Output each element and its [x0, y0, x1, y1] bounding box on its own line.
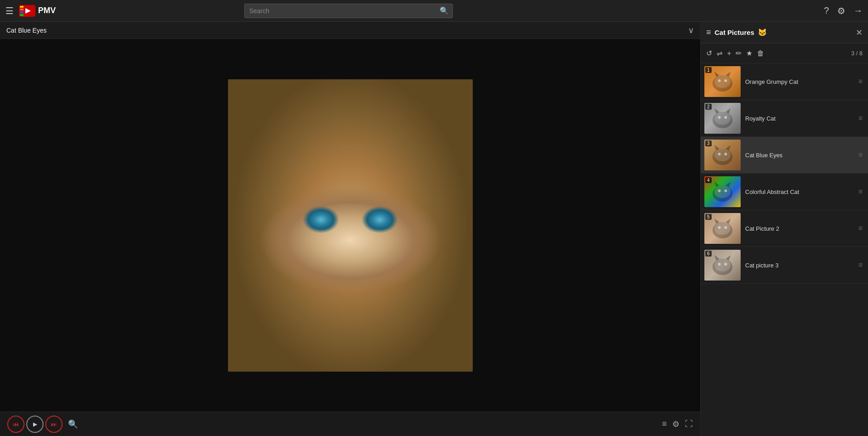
shuffle-icon[interactable]: ⇌ — [717, 49, 723, 58]
item-number: 1 — [705, 67, 712, 73]
panel-close-button[interactable]: ✕ — [856, 28, 863, 38]
logo-icon — [19, 5, 35, 17]
panel-header: ≡ Cat Pictures 🐱 ✕ — [701, 22, 868, 44]
search-ctrl-button[interactable]: 🔍 — [64, 416, 82, 433]
item-number-thumb: 6 — [704, 250, 741, 281]
playlist-item[interactable]: 3 Cat Blue Eyes ≡ — [701, 137, 868, 174]
item-number-thumb: 2 — [704, 103, 741, 134]
viewer-canvas — [0, 39, 700, 412]
logout-icon[interactable]: → — [853, 5, 863, 16]
item-number-thumb: 1 — [704, 66, 741, 97]
svg-rect-5 — [20, 14, 24, 16]
svg-point-25 — [714, 185, 731, 198]
item-number-thumb: 4 — [704, 176, 741, 207]
svg-point-22 — [718, 153, 721, 155]
item-title: Royalty Cat — [745, 115, 776, 122]
playlist-item[interactable]: 1 Orange Grumpy Cat ≡ — [701, 63, 868, 100]
play-button[interactable]: ▶ — [26, 416, 44, 433]
item-number: 3 — [705, 140, 712, 146]
right-panel: ≡ Cat Pictures 🐱 ✕ ↺ ⇌ + ✏ ★ 🗑 3 / 8 — [700, 22, 868, 436]
viewer-titlebar: Cat Blue Eyes ∨ — [0, 22, 700, 39]
edit-icon[interactable]: ✏ — [736, 49, 742, 58]
svg-point-10 — [718, 79, 721, 82]
settings-bottom-icon[interactable]: ⚙ — [672, 419, 679, 429]
search-button[interactable]: 🔍 — [436, 4, 453, 18]
item-menu-icon[interactable]: ≡ — [857, 112, 864, 124]
panel-list-icon: ≡ — [706, 28, 711, 37]
search-input[interactable] — [244, 4, 436, 18]
item-menu-icon[interactable]: ≡ — [857, 76, 864, 87]
viewer-area: Cat Blue Eyes ∨ ⏮ ▶ ⏭ 🔍 — [0, 22, 700, 436]
play-icon: ▶ — [33, 421, 37, 427]
panel-toolbar: ↺ ⇌ + ✏ ★ 🗑 3 / 8 — [701, 44, 868, 63]
cat-image-container — [228, 79, 473, 372]
item-info: Cat picture 3 — [745, 261, 852, 269]
favorite-icon[interactable]: ★ — [746, 49, 752, 58]
svg-point-16 — [718, 116, 721, 119]
viewer-right-controls: ≡ ⚙ ⛶ — [662, 419, 693, 429]
add-icon[interactable]: + — [727, 49, 731, 58]
item-menu-icon[interactable]: ≡ — [857, 259, 864, 271]
panel-toolbar-icons: ↺ ⇌ + ✏ ★ 🗑 — [706, 49, 764, 58]
playlist-item[interactable]: 4 Colorful Abstract Cat ≡ — [701, 174, 868, 210]
item-menu-icon[interactable]: ≡ — [857, 186, 864, 198]
viewer-title: Cat Blue Eyes — [6, 27, 47, 34]
expand-icon[interactable]: ∨ — [688, 25, 694, 35]
svg-point-28 — [718, 189, 721, 192]
item-title: Colorful Abstract Cat — [745, 189, 799, 195]
prev-icon: ⏮ — [13, 421, 19, 428]
svg-point-35 — [724, 226, 727, 229]
panel-count: 3 / 8 — [851, 50, 863, 57]
menu-button[interactable]: ☰ — [5, 5, 14, 16]
svg-point-41 — [724, 263, 727, 266]
item-number: 4 — [705, 177, 712, 183]
item-title: Orange Grumpy Cat — [745, 78, 798, 85]
prev-button[interactable]: ⏮ — [7, 416, 24, 433]
svg-rect-2 — [20, 6, 24, 8]
playlist: 1 Orange Grumpy Cat ≡ 2 — [701, 63, 868, 436]
logo-text: PMV — [38, 6, 56, 15]
fullscreen-icon[interactable]: ⛶ — [685, 419, 693, 429]
item-info: Orange Grumpy Cat — [745, 78, 852, 86]
cat-image — [228, 79, 473, 372]
playlist-item[interactable]: 6 Cat picture 3 ≡ — [701, 247, 868, 284]
item-info: Colorful Abstract Cat — [745, 188, 852, 196]
item-title: Cat Blue Eyes — [745, 152, 782, 159]
main-content: Cat Blue Eyes ∨ ⏮ ▶ ⏭ 🔍 — [0, 22, 868, 436]
svg-point-7 — [714, 75, 731, 88]
item-number-thumb: 5 — [704, 213, 741, 244]
viewer-controls: ⏮ ▶ ⏭ 🔍 ≡ ⚙ ⛶ — [0, 412, 700, 436]
refresh-icon[interactable]: ↺ — [706, 49, 712, 58]
search-container: 🔍 — [244, 4, 453, 18]
help-icon[interactable]: ? — [824, 5, 829, 16]
topbar: ☰ PMV 🔍 ? ⚙ → — [0, 0, 868, 22]
svg-rect-4 — [20, 11, 24, 13]
delete-icon[interactable]: 🗑 — [757, 49, 764, 58]
item-info: Royalty Cat — [745, 114, 852, 122]
search-ctrl-icon: 🔍 — [68, 419, 78, 429]
list-bottom-icon[interactable]: ≡ — [662, 419, 667, 429]
panel-emoji: 🐱 — [758, 28, 767, 37]
next-icon: ⏭ — [51, 421, 57, 428]
item-menu-icon[interactable]: ≡ — [857, 223, 864, 234]
item-title: Cat Picture 2 — [745, 225, 779, 232]
item-number: 5 — [705, 214, 712, 220]
svg-point-31 — [714, 222, 731, 235]
next-button[interactable]: ⏭ — [45, 416, 63, 433]
svg-point-29 — [724, 189, 727, 192]
playlist-item[interactable]: 2 Royalty Cat ≡ — [701, 100, 868, 137]
settings-icon[interactable]: ⚙ — [837, 5, 845, 16]
playback-controls: ⏮ ▶ ⏭ 🔍 — [7, 416, 82, 433]
svg-point-13 — [714, 112, 731, 125]
item-menu-icon[interactable]: ≡ — [857, 149, 864, 161]
item-number-thumb: 3 — [704, 140, 741, 170]
item-number: 2 — [705, 104, 712, 110]
svg-point-23 — [724, 153, 727, 155]
panel-title-area: ≡ Cat Pictures 🐱 — [706, 28, 767, 37]
svg-point-40 — [718, 263, 721, 266]
logo-area: PMV — [19, 5, 56, 17]
item-info: Cat Blue Eyes — [745, 151, 852, 159]
item-number: 6 — [705, 251, 712, 257]
playlist-item[interactable]: 5 Cat Picture 2 ≡ — [701, 210, 868, 247]
svg-point-19 — [714, 149, 731, 161]
